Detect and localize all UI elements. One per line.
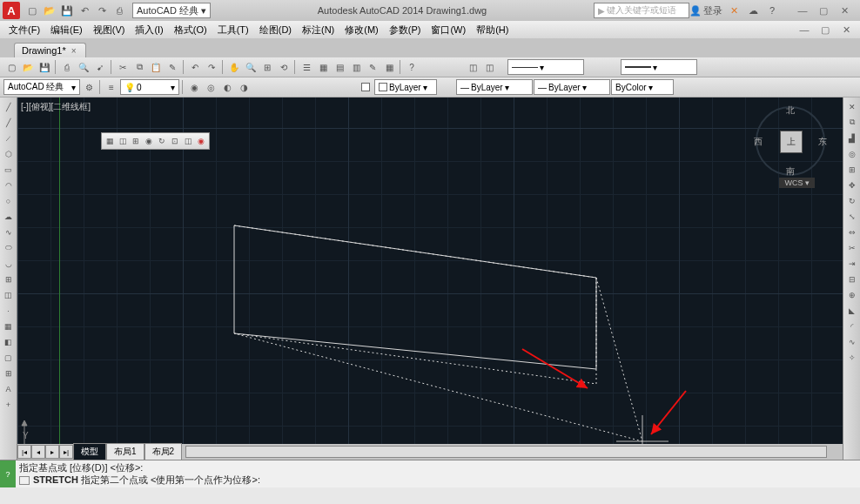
fv-7[interactable]: ◫ [182, 135, 194, 147]
zoom-prev-btn[interactable]: ⟲ [276, 59, 292, 75]
insert-tool[interactable]: ⊞ [1, 272, 17, 286]
color-btn[interactable] [358, 79, 373, 95]
chamfer-tool[interactable]: ◣ [844, 303, 860, 318]
ws-settings-btn[interactable]: ⚙ [81, 79, 97, 95]
open-icon[interactable]: 📂 [42, 3, 57, 18]
layertool2-btn[interactable]: ◎ [203, 79, 218, 95]
match-btn[interactable]: ✎ [165, 59, 180, 75]
wcs-label[interactable]: WCS ▾ [779, 178, 815, 188]
save-icon[interactable]: 💾 [59, 3, 75, 18]
trim-tool[interactable]: ✂ [844, 240, 860, 255]
line-tool[interactable]: ╱ [1, 99, 17, 114]
save-btn[interactable]: 💾 [37, 59, 52, 75]
user-login[interactable]: 👤登录 [689, 4, 722, 17]
drawing-canvas[interactable]: [-][俯视][二维线框] ▦ ◫ ⊞ ◉ ↻ ⊡ ◫ ◉ [17, 97, 843, 460]
fv-2[interactable]: ◫ [117, 135, 129, 147]
design-center-btn[interactable]: ▦ [315, 59, 331, 75]
viewcube-north[interactable]: 北 [786, 104, 795, 117]
erase-tool[interactable]: ✕ [844, 99, 860, 114]
polyline-tool[interactable]: ⟋ [1, 131, 17, 145]
break-tool[interactable]: ⊟ [844, 272, 860, 286]
gradient-tool[interactable]: ◧ [1, 334, 17, 349]
extend-tool[interactable]: ⇥ [844, 256, 860, 271]
layertool3-btn[interactable]: ◐ [219, 79, 235, 95]
layertool1-btn[interactable]: ◉ [186, 79, 202, 95]
arc-tool[interactable]: ◠ [1, 178, 17, 192]
circle-tool[interactable]: ○ [1, 193, 17, 208]
undo-icon[interactable]: ↶ [77, 3, 92, 18]
fv-3[interactable]: ⊞ [130, 135, 142, 147]
search-input[interactable]: ▶键入关键字或短语 [594, 3, 689, 18]
menu-edit[interactable]: 编辑(E) [45, 22, 88, 38]
menu-draw[interactable]: 绘图(D) [254, 22, 297, 38]
fv-6[interactable]: ⊡ [169, 135, 181, 147]
exchange-icon[interactable]: ✕ [726, 3, 742, 18]
tool-palette-btn[interactable]: ▤ [332, 59, 347, 75]
zoom-window-btn[interactable]: ⊞ [259, 59, 275, 75]
viewcube-south[interactable]: 南 [786, 165, 795, 178]
tab-layout2[interactable]: 布局2 [144, 443, 183, 460]
lineweight-combo[interactable]: ▾ [621, 59, 697, 75]
array-tool[interactable]: ⊞ [844, 162, 860, 177]
new-icon[interactable]: ▢ [24, 3, 40, 18]
workspace-combo[interactable]: AutoCAD 经典▾ [3, 79, 80, 95]
tab-last[interactable]: ▸| [59, 445, 73, 459]
scale-tool[interactable]: ⤡ [844, 209, 860, 224]
menu-format[interactable]: 格式(O) [169, 22, 212, 38]
maximize-button[interactable]: ▢ [813, 2, 834, 19]
copy-tool[interactable]: ⧉ [844, 115, 860, 130]
markup-btn[interactable]: ✎ [365, 59, 380, 75]
hatch-tool[interactable]: ▦ [1, 319, 17, 333]
block2-btn[interactable]: ◫ [481, 59, 497, 75]
sheetset-btn[interactable]: ▥ [348, 59, 364, 75]
new-btn[interactable]: ▢ [3, 59, 19, 75]
viewcube-top[interactable]: 上 [780, 131, 803, 153]
qcalc-btn[interactable]: ▦ [381, 59, 397, 75]
fv-4[interactable]: ◉ [143, 135, 155, 147]
menu-modify[interactable]: 修改(M) [339, 22, 384, 38]
color-combo[interactable]: ByLayer▾ [374, 79, 437, 95]
help-icon[interactable]: ? [764, 3, 780, 18]
undo-btn[interactable]: ↶ [187, 59, 203, 75]
revcloud-tool[interactable]: ☁ [1, 209, 17, 224]
print-btn[interactable]: ⎙ [59, 59, 75, 75]
table-tool[interactable]: ⊞ [1, 366, 17, 380]
ellipse-tool[interactable]: ⬭ [1, 240, 17, 255]
viewcube[interactable]: 上 北 南 东 西 [756, 106, 825, 176]
doc-maximize-button[interactable]: ▢ [815, 21, 836, 38]
ellipsearc-tool[interactable]: ◡ [1, 256, 17, 271]
polygon-tool[interactable]: ⬡ [1, 146, 17, 161]
menu-dimension[interactable]: 标注(N) [297, 22, 339, 38]
mirror-tool[interactable]: ▟ [844, 131, 860, 145]
command-window[interactable]: ? 指定基点或 [位移(D)] <位移>: STRETCH 指定第二个点或 <使… [0, 460, 860, 487]
doc-minimize-button[interactable]: — [794, 21, 815, 38]
rotate-tool[interactable]: ↻ [844, 193, 860, 208]
document-tab[interactable]: Drawing1* × [14, 43, 86, 57]
offset-tool[interactable]: ◎ [844, 146, 860, 161]
doc-close-button[interactable]: ✕ [836, 21, 857, 38]
properties-btn[interactable]: ☰ [299, 59, 314, 75]
menu-params[interactable]: 参数(P) [384, 22, 427, 38]
tab-model[interactable]: 模型 [73, 443, 106, 460]
block-tool[interactable]: ◫ [1, 287, 17, 302]
fillet-tool[interactable]: ◜ [844, 319, 860, 333]
block-btn[interactable]: ◫ [465, 59, 480, 75]
join-tool[interactable]: ⊕ [844, 287, 860, 302]
linetype2-combo[interactable]: — ByLayer▾ [456, 79, 533, 95]
layer-combo[interactable]: 💡0▾ [120, 79, 179, 95]
redo-icon[interactable]: ↷ [94, 3, 110, 18]
close-button[interactable]: ✕ [834, 2, 855, 19]
explode-tool[interactable]: ✧ [844, 350, 860, 365]
menu-tools[interactable]: 工具(T) [212, 22, 254, 38]
preview-btn[interactable]: 🔍 [76, 59, 91, 75]
blend-tool[interactable]: ∿ [844, 334, 860, 349]
xline-tool[interactable]: ╱ [1, 115, 17, 130]
menu-file[interactable]: 文件(F) [3, 22, 45, 38]
cut-btn[interactable]: ✂ [115, 59, 131, 75]
menu-view[interactable]: 视图(V) [88, 22, 131, 38]
mtext-tool[interactable]: A [1, 381, 17, 396]
redo-btn[interactable]: ↷ [204, 59, 219, 75]
viewcube-west[interactable]: 西 [754, 136, 763, 148]
minimize-button[interactable]: — [792, 2, 813, 19]
menu-insert[interactable]: 插入(I) [130, 22, 168, 38]
